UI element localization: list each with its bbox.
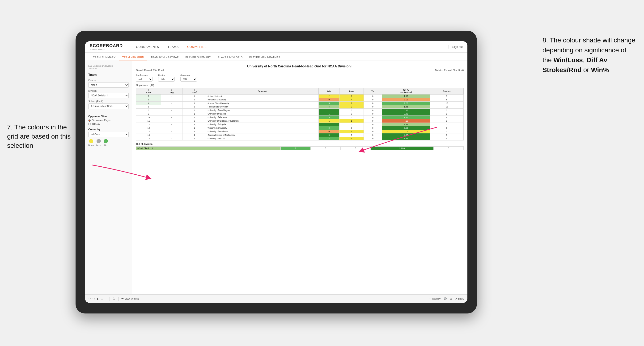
cell-rank: 8 bbox=[136, 109, 161, 112]
cell-rank: 15 bbox=[136, 133, 161, 137]
cell-conf: 1 bbox=[182, 102, 206, 105]
table-row: 8 - 2 University of Washington 1 0 0 3.6… bbox=[136, 109, 464, 112]
share-button[interactable]: ↗ Share bbox=[455, 298, 464, 300]
watch-button[interactable]: 👁 Watch ▾ bbox=[429, 298, 440, 300]
radio-opponents-played[interactable]: Opponents Played bbox=[88, 119, 129, 122]
copy-icon[interactable]: ⊞ bbox=[101, 297, 103, 301]
cell-opponent: University of Washington bbox=[206, 109, 319, 112]
cell-diff: 9.00 bbox=[382, 112, 430, 116]
cell-opponent: University of Florida bbox=[206, 137, 319, 141]
sub-nav-player-summary[interactable]: PLAYER SUMMARY bbox=[182, 56, 214, 61]
legend-up: Up bbox=[104, 139, 108, 146]
view-original[interactable]: 👁 View: Original bbox=[121, 298, 139, 300]
cell-win: 1 bbox=[319, 123, 340, 126]
col-rounds: Rounds bbox=[430, 88, 464, 95]
share-label: Share bbox=[458, 298, 464, 300]
cell-reg: - bbox=[161, 133, 182, 137]
sub-nav-team-h2h-heatmap[interactable]: TEAM H2H HEATMAP bbox=[147, 56, 182, 61]
cell-reg: - bbox=[161, 126, 182, 130]
watch-chevron: ▾ bbox=[439, 298, 440, 300]
cell-tie: 0 bbox=[364, 130, 382, 133]
cell-rank: 11 bbox=[136, 119, 161, 123]
nav-tournaments[interactable]: TOURNAMENTS bbox=[130, 41, 163, 53]
out-of-div-rounds: 3 bbox=[434, 147, 464, 150]
colour-by-select[interactable]: Win/loss bbox=[88, 132, 129, 137]
out-of-div-division: NCAA Division II bbox=[136, 147, 281, 150]
cell-win: 4 bbox=[319, 105, 340, 109]
radio-dot-opponents bbox=[88, 119, 91, 122]
cell-tie: 0 bbox=[364, 133, 382, 137]
cell-loss: 4 bbox=[340, 98, 364, 102]
opponent-filter-label: Opponent bbox=[180, 74, 197, 76]
region-filter-select[interactable]: (All) bbox=[158, 77, 175, 82]
cell-rounds: 8 bbox=[430, 98, 464, 102]
app-logo-sub: Powered by clippd bbox=[90, 48, 123, 50]
radio-label-top100: Top 100 bbox=[92, 123, 100, 125]
conference-filter-select[interactable]: (All) bbox=[136, 77, 152, 82]
filters-row: Conference (All) Region (All) bbox=[136, 74, 464, 82]
cell-reg: - bbox=[161, 98, 182, 102]
cell-conf: 1 bbox=[182, 126, 206, 130]
gender-select[interactable]: Men's bbox=[88, 82, 129, 88]
cell-tie: 0 bbox=[364, 123, 382, 126]
division-select[interactable]: NCAA Division I bbox=[88, 93, 129, 98]
cell-reg: - bbox=[161, 95, 182, 98]
redo-icon[interactable]: ↪ bbox=[92, 297, 95, 301]
cell-diff: -4.33 bbox=[382, 119, 430, 123]
table-row: 11 - 6 University of Arkansas, Fayettevi… bbox=[136, 119, 464, 123]
view-label: View: Original bbox=[125, 298, 139, 300]
cell-rounds: 12 bbox=[430, 105, 464, 109]
cell-win: 3 bbox=[319, 137, 340, 141]
comment-button[interactable]: 💬 bbox=[444, 298, 447, 300]
cell-win: 3 bbox=[319, 116, 340, 119]
cell-rounds: 3 bbox=[430, 130, 464, 133]
cell-loss: 1 bbox=[340, 130, 364, 133]
sub-nav-player-h2h-grid[interactable]: PLAYER H2H GRID bbox=[214, 56, 246, 61]
cell-opponent: University of Arkansas, Fayetteville bbox=[206, 119, 319, 123]
sign-out-button[interactable]: Sign out bbox=[448, 45, 463, 48]
cell-conf: 1 bbox=[182, 130, 206, 133]
cell-conf: 1 bbox=[182, 112, 206, 116]
app-logo: SCOREBOARD bbox=[90, 43, 123, 48]
school-select[interactable]: 1. University of Nort... bbox=[88, 103, 129, 109]
school-label: School (Rank) bbox=[88, 100, 129, 103]
sub-nav-team-h2h-grid[interactable]: TEAM H2H GRID bbox=[119, 56, 148, 61]
cell-rank: 3 bbox=[136, 98, 161, 102]
col-conf: #Conf bbox=[182, 88, 206, 95]
sub-nav-team-summary[interactable]: TEAM SUMMARY bbox=[90, 56, 119, 61]
radio-top100[interactable]: Top 100 bbox=[88, 123, 129, 125]
plus-icon[interactable]: + bbox=[105, 297, 107, 301]
cell-rounds: 17 bbox=[430, 102, 464, 105]
radio-label-opponents: Opponents Played bbox=[92, 119, 111, 122]
table-row: 12 - 3 University of Virginia 1 0 0 2.33… bbox=[136, 123, 464, 126]
forward-icon[interactable]: ▶ bbox=[97, 297, 99, 301]
out-of-div-diff: 26.00 bbox=[371, 147, 434, 150]
cell-rank: 4 bbox=[136, 102, 161, 105]
cell-diff: 2.61 bbox=[382, 116, 430, 119]
conference-filter-label: Conference bbox=[136, 74, 152, 76]
overall-record: Overall Record: 89 - 17 - 0 bbox=[136, 69, 164, 72]
cell-win: 1 bbox=[319, 119, 340, 123]
cell-tie: 0 bbox=[364, 95, 382, 98]
clock-icon[interactable]: ⏱ bbox=[112, 297, 116, 301]
division-label: Division bbox=[88, 90, 129, 92]
opponent-filter-select[interactable]: (All) bbox=[180, 77, 197, 82]
table-row: 3 - 2 Vanderbilt University 0 4 0 -2.29 … bbox=[136, 98, 464, 102]
undo-icon[interactable]: ↩ bbox=[88, 297, 91, 301]
region-filter: Region (All) bbox=[158, 74, 175, 82]
cell-conf: 2 bbox=[182, 109, 206, 112]
grid-button[interactable]: ⊞ bbox=[450, 298, 452, 300]
table-row: 9 - 1 University of Arizona 1 0 0 9.00 2 bbox=[136, 112, 464, 116]
nav-committee[interactable]: COMMITTEE bbox=[183, 41, 211, 53]
conference-filter: Conference (All) bbox=[136, 74, 152, 82]
sidebar: Last Updated: 27/03/2024 16:55:38 Team G… bbox=[85, 61, 132, 294]
col-reg: #Reg bbox=[161, 88, 182, 95]
cell-loss: 0 bbox=[340, 109, 364, 112]
nav-teams[interactable]: TEAMS bbox=[163, 41, 183, 53]
cell-rank: 10 bbox=[136, 116, 161, 119]
cell-rounds: 3 bbox=[430, 109, 464, 112]
legend-level: Level bbox=[96, 139, 101, 146]
cell-conf: 3 bbox=[182, 123, 206, 126]
sub-nav-player-h2h-heatmap[interactable]: PLAYER H2H HEATMAP bbox=[246, 56, 284, 61]
cell-reg: - bbox=[161, 102, 182, 105]
